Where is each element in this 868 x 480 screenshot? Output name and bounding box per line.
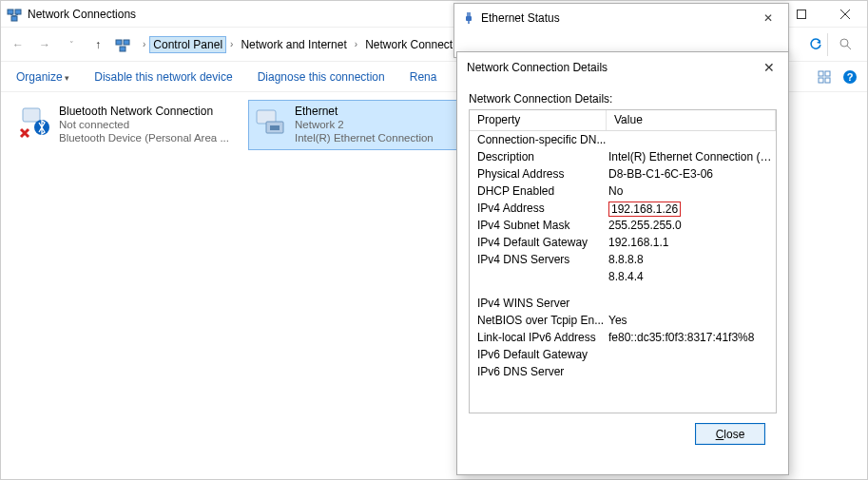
- connection-device: Bluetooth Device (Personal Area ...: [59, 131, 229, 144]
- detail-row: IPv4 DNS Servers8.8.8.8: [470, 253, 776, 270]
- connection-device: Intel(R) Ethernet Connection: [295, 131, 434, 144]
- chevron-right-icon: ›: [351, 39, 361, 49]
- svg-rect-11: [120, 47, 125, 51]
- detail-row: DHCP EnabledNo: [470, 184, 776, 202]
- address-bar-icon: [115, 37, 130, 52]
- breadcrumb-item[interactable]: Network Connecti: [361, 36, 459, 53]
- connection-item-ethernet[interactable]: Ethernet Network 2 Intel(R) Ethernet Con…: [248, 100, 476, 150]
- diagnose-button[interactable]: Diagnose this connection: [250, 67, 393, 87]
- svg-text:?: ?: [847, 71, 854, 83]
- disable-device-button[interactable]: Disable this network device: [87, 67, 240, 87]
- forward-button[interactable]: →: [31, 31, 58, 58]
- detail-row: IPv6 DNS Server: [470, 365, 776, 382]
- bluetooth-disabled-icon: [17, 105, 51, 139]
- breadcrumb-item[interactable]: Control Panel: [149, 36, 226, 53]
- svg-point-12: [840, 39, 848, 47]
- connection-item-bluetooth[interactable]: Bluetooth Network Connection Not connect…: [12, 100, 241, 150]
- detail-row: DescriptionIntel(R) Ethernet Connection …: [470, 150, 776, 167]
- detail-row: IPv4 Subnet Mask255.255.255.0: [470, 219, 776, 236]
- connection-name: Ethernet: [295, 105, 434, 118]
- svg-rect-1: [15, 10, 21, 14]
- svg-rect-10: [124, 40, 129, 45]
- svg-rect-9: [116, 40, 122, 45]
- column-value[interactable]: Value: [607, 110, 776, 130]
- rename-button[interactable]: Rena: [402, 67, 445, 87]
- detail-row: 8.8.4.4: [470, 270, 776, 287]
- svg-rect-17: [825, 78, 830, 83]
- ethernet-icon: [253, 105, 287, 139]
- svg-rect-0: [8, 10, 13, 14]
- connection-text: Bluetooth Network Connection Not connect…: [59, 105, 229, 145]
- ethernet-plug-icon: [462, 11, 475, 25]
- svg-rect-16: [819, 78, 823, 83]
- refresh-button[interactable]: [804, 38, 827, 51]
- svg-rect-20: [23, 108, 40, 122]
- breadcrumb-item[interactable]: Network and Internet: [237, 36, 350, 53]
- detail-row: IPv4 Address192.168.1.26: [470, 202, 776, 219]
- connection-status: Network 2: [295, 118, 434, 131]
- network-connections-app-icon: [7, 7, 22, 22]
- detail-row: IPv6 Default Gateway: [470, 348, 776, 365]
- column-property[interactable]: Property: [470, 110, 607, 130]
- svg-rect-24: [270, 125, 280, 130]
- dialog-title: Network Connection Details: [467, 61, 760, 74]
- connection-details-dialog: Network Connection Details ✕ Network Con…: [456, 51, 789, 475]
- connection-text: Ethernet Network 2 Intel(R) Ethernet Con…: [295, 105, 434, 145]
- svg-rect-25: [466, 16, 472, 21]
- dialog-title: Ethernet Status: [481, 11, 756, 25]
- help-button[interactable]: ?: [840, 67, 859, 86]
- ipv4-address-highlight: 192.168.1.26: [608, 202, 681, 217]
- connection-status: Not connected: [59, 118, 229, 131]
- recent-locations-button[interactable]: ˅: [58, 31, 85, 58]
- svg-rect-15: [825, 71, 830, 76]
- svg-rect-2: [11, 16, 17, 21]
- close-button[interactable]: ✕: [756, 11, 781, 25]
- detail-row: NetBIOS over Tcpip En...Yes: [470, 314, 776, 331]
- detail-row-spacer: [470, 287, 776, 297]
- svg-rect-14: [819, 71, 823, 76]
- detail-row: IPv4 WINS Server: [470, 297, 776, 314]
- connection-name: Bluetooth Network Connection: [59, 105, 229, 118]
- chevron-right-icon: ›: [139, 39, 149, 49]
- organize-menu[interactable]: Organize: [9, 67, 77, 87]
- up-button[interactable]: ↑: [85, 31, 111, 58]
- back-button[interactable]: ←: [5, 31, 31, 58]
- chevron-right-icon: ›: [226, 39, 237, 49]
- detail-row: Physical AddressD8-BB-C1-6C-E3-06: [470, 167, 776, 184]
- close-button[interactable]: [823, 1, 867, 28]
- ethernet-status-dialog: Ethernet Status ✕: [453, 3, 789, 58]
- detail-row: Link-local IPv6 Addressfe80::dc35:f0f3:8…: [470, 331, 776, 348]
- search-box[interactable]: [827, 33, 863, 56]
- close-button[interactable]: Close: [695, 423, 765, 445]
- svg-rect-6: [798, 10, 806, 18]
- detail-row: Connection-specific DN...: [470, 133, 776, 150]
- close-button[interactable]: ✕: [760, 60, 779, 75]
- details-label: Network Connection Details:: [469, 92, 777, 106]
- view-options-button[interactable]: [816, 67, 835, 86]
- svg-line-13: [847, 46, 851, 49]
- detail-row: IPv4 Default Gateway192.168.1.1: [470, 236, 776, 253]
- details-listbox[interactable]: Property Value Connection-specific DN...…: [469, 109, 777, 413]
- list-header: Property Value: [470, 110, 776, 131]
